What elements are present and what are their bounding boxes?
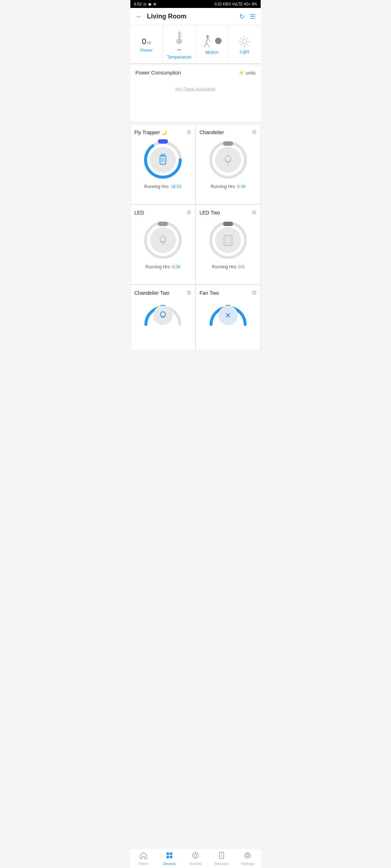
power-label: Power: [140, 48, 153, 53]
refresh-button[interactable]: ↻: [239, 13, 245, 21]
fly-trapper-running-hrs: Running Hrs: 18:52: [144, 184, 181, 189]
chandelier-icon: [222, 154, 234, 166]
status-bar: 6:52 ◎ ◉ ⊕ 0.02 KB/S VoLTE 4G+ 9%: [130, 0, 261, 8]
svg-point-32: [160, 236, 166, 242]
svg-line-18: [247, 38, 248, 39]
page-title: Living Room: [147, 13, 239, 20]
led-two-settings[interactable]: ⚙: [252, 209, 257, 216]
status-signal: 4G+: [244, 2, 251, 6]
chandelier-name: Chandelier: [199, 129, 224, 135]
status-battery: 9%: [252, 2, 257, 6]
chandelier-two-name: Chandelier Two: [134, 290, 169, 296]
led-name: LED: [134, 210, 144, 216]
svg-line-7: [206, 38, 207, 43]
light-icon: [238, 35, 251, 48]
sensor-temperature: – Temperature: [163, 25, 196, 63]
led-two-dial: [208, 220, 248, 260]
device-card-led-two: LED Two ⚙ Running Hrs: 0:0: [196, 205, 260, 284]
thermometer-icon: [174, 30, 184, 45]
menu-button[interactable]: ☰: [250, 13, 256, 21]
fly-trapper-name: Fly Trapper 🌙: [134, 129, 167, 135]
led-two-toggle[interactable]: [223, 222, 233, 226]
svg-line-16: [241, 38, 242, 39]
chandelier-two-settings[interactable]: ⚙: [186, 289, 192, 296]
no-data-message: No Data Available: [135, 79, 256, 99]
led-running-hrs: Running Hrs: 0:36: [146, 264, 181, 269]
fly-trapper-settings[interactable]: ⚙: [186, 129, 192, 136]
bolt-icon: ⚡: [238, 70, 244, 76]
chandelier-dial: [208, 140, 248, 180]
sensor-strip: 0 W Power – Temperature: [130, 25, 261, 64]
status-speed: 0.02: [215, 2, 222, 6]
svg-line-17: [247, 44, 248, 46]
device-card-fly-trapper: Fly Trapper 🌙 ⚙: [131, 124, 195, 204]
status-icon-1: ◎: [143, 2, 147, 7]
chandelier-two-dial: [143, 302, 183, 327]
svg-point-40: [227, 314, 229, 316]
svg-line-19: [241, 44, 242, 46]
top-nav: ← Living Room ↻ ☰: [130, 8, 261, 25]
status-icon-3: ⊕: [153, 2, 156, 7]
fan-two-name: Fan Two: [199, 290, 219, 296]
led-two-icon: [223, 234, 234, 246]
svg-point-11: [242, 39, 247, 44]
led-two-name: LED Two: [199, 210, 220, 216]
device-grid: Fly Trapper 🌙 ⚙: [130, 124, 261, 350]
status-speed-unit: KB/S: [223, 2, 231, 6]
temperature-label: Temperature: [167, 55, 191, 60]
temperature-value: –: [177, 46, 181, 53]
led-settings[interactable]: ⚙: [186, 209, 192, 216]
status-icon-2: ◉: [148, 2, 152, 7]
svg-rect-36: [224, 235, 232, 246]
sensor-power: 0 W Power: [130, 25, 163, 63]
chandelier-toggle[interactable]: [223, 141, 233, 146]
motion-dot: [215, 38, 222, 44]
motion-label: Motion: [205, 50, 218, 55]
power-consumption-title: Power Consumption: [135, 70, 181, 76]
power-section: Power Consumption ⚡ units No Data Availa…: [130, 65, 261, 121]
device-card-chandelier-two: Chandelier Two ⚙: [131, 285, 195, 350]
power-units: ⚡ units: [238, 70, 256, 76]
fan-two-settings[interactable]: ⚙: [252, 289, 257, 296]
fan-two-icon: [223, 310, 234, 321]
led-dial: [143, 220, 183, 260]
led-toggle[interactable]: [158, 222, 168, 226]
led-icon: [157, 234, 169, 246]
power-unit: W: [147, 41, 151, 46]
chandelier-settings[interactable]: ⚙: [252, 129, 257, 136]
svg-line-8: [204, 43, 206, 47]
chandelier-running-hrs: Running Hrs: 0:36: [211, 184, 246, 189]
svg-line-9: [206, 43, 209, 47]
fan-two-dial: [208, 302, 248, 327]
motion-icon: [202, 35, 213, 48]
device-card-chandelier: Chandelier ⚙ Running Hrs:: [196, 124, 260, 204]
light-label: Light: [240, 49, 249, 54]
sensor-light: Light: [228, 25, 261, 63]
svg-rect-2: [178, 35, 180, 41]
fly-trapper-dial: [143, 140, 183, 180]
back-button[interactable]: ←: [135, 12, 143, 21]
power-value: 0: [142, 37, 146, 46]
fly-trapper-icon: [156, 153, 169, 166]
svg-point-28: [225, 156, 231, 162]
status-network: VoLTE: [232, 2, 243, 6]
device-card-led: LED ⚙ Running Hrs: 0:36: [131, 205, 195, 284]
device-card-fan-two: Fan Two ⚙: [196, 285, 260, 350]
sensor-motion: Motion: [196, 25, 228, 63]
status-time: 6:52: [134, 2, 142, 6]
led-two-running-hrs: Running Hrs: 0:0: [212, 264, 244, 269]
chandelier-two-icon: [158, 310, 168, 320]
fly-trapper-toggle[interactable]: [158, 139, 168, 144]
svg-line-10: [207, 38, 210, 41]
